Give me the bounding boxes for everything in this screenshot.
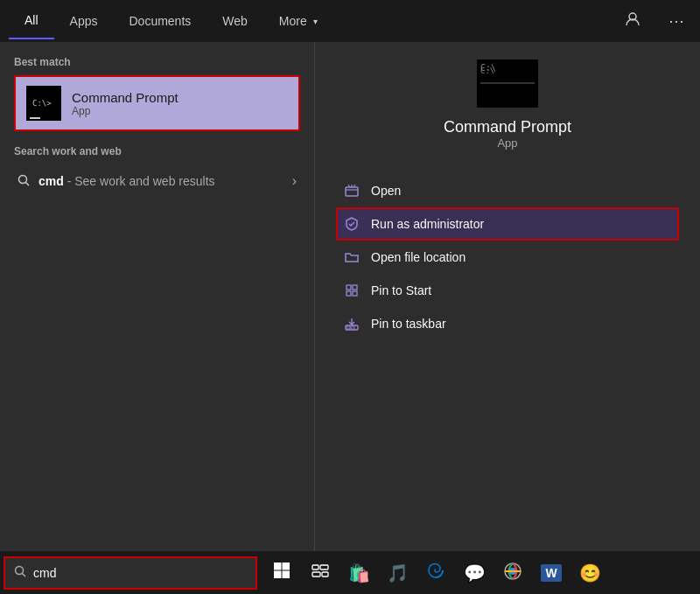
- taskbar-edge[interactable]: [418, 556, 453, 590]
- more-options-button[interactable]: ⋯: [662, 8, 691, 34]
- svg-rect-10: [353, 285, 357, 290]
- folder-icon: [343, 248, 360, 266]
- app-icon: C:\>: [26, 86, 61, 121]
- svg-point-3: [19, 175, 27, 183]
- search-suffix: - See work and web results: [64, 174, 215, 188]
- search-query: cmd: [38, 174, 64, 188]
- action-open-location[interactable]: Open file location: [336, 241, 679, 274]
- action-run-admin[interactable]: Run as administrator: [336, 207, 679, 241]
- tab-web[interactable]: Web: [206, 3, 263, 38]
- taskbar-spotify[interactable]: 🎵: [380, 556, 415, 590]
- taskbar-user[interactable]: 😊: [572, 556, 607, 590]
- taskbar-word[interactable]: W: [534, 556, 569, 590]
- taskbar-search-icon: [14, 565, 26, 580]
- start-button[interactable]: [264, 556, 299, 590]
- svg-line-17: [23, 574, 26, 577]
- chrome-icon: [503, 562, 522, 584]
- taskbar-chrome[interactable]: [495, 556, 530, 590]
- open-label: Open: [371, 184, 401, 198]
- svg-rect-12: [353, 291, 357, 296]
- user-avatar-icon: 😊: [579, 563, 601, 584]
- svg-text:C:\>: C:\>: [32, 99, 52, 108]
- svg-rect-18: [274, 563, 282, 570]
- tab-more[interactable]: More ▾: [263, 3, 333, 38]
- svg-rect-20: [274, 571, 282, 579]
- app-info: Command Prompt App: [72, 90, 178, 117]
- svg-rect-22: [312, 565, 318, 570]
- taskbar-store[interactable]: 🛍️: [341, 556, 376, 590]
- best-match-label: Best match: [14, 56, 300, 68]
- pin-start-icon: [343, 282, 360, 299]
- pin-taskbar-label: Pin to taskbar: [371, 317, 446, 331]
- svg-rect-23: [320, 565, 328, 570]
- svg-point-16: [16, 567, 24, 575]
- tab-documents[interactable]: Documents: [113, 3, 206, 38]
- action-pin-start[interactable]: Pin to Start: [336, 274, 679, 307]
- search-chevron-icon: ›: [292, 173, 297, 189]
- word-icon: W: [541, 564, 561, 582]
- svg-rect-7: [480, 82, 535, 84]
- search-input[interactable]: [33, 566, 247, 580]
- svg-rect-11: [346, 291, 351, 296]
- svg-rect-25: [322, 572, 328, 577]
- nav-right-icons: ⋯: [618, 8, 691, 35]
- open-location-label: Open file location: [371, 250, 466, 264]
- user-icon: [625, 11, 640, 27]
- chevron-down-icon: ▾: [313, 17, 318, 26]
- action-list: Open Run as administrator: [336, 174, 679, 340]
- edge-icon: [426, 562, 445, 584]
- svg-text:C:\: C:\: [480, 66, 494, 75]
- action-open[interactable]: Open: [336, 174, 679, 207]
- task-view-icon: [312, 564, 329, 582]
- spotify-icon: 🎵: [387, 563, 409, 584]
- tab-all[interactable]: All: [9, 3, 54, 39]
- best-match-item[interactable]: C:\> Command Prompt App: [14, 75, 300, 131]
- pin-start-label: Pin to Start: [371, 283, 431, 297]
- pin-taskbar-icon: [343, 315, 360, 332]
- windows-icon: [273, 562, 290, 584]
- task-view-button[interactable]: [303, 556, 338, 590]
- svg-rect-8: [346, 187, 358, 196]
- user-icon-button[interactable]: [618, 8, 648, 35]
- run-admin-label: Run as administrator: [371, 217, 484, 231]
- search-web-row[interactable]: cmd - See work and web results ›: [14, 166, 300, 196]
- right-panel: C:\ Command Prompt App: [315, 42, 700, 551]
- tab-apps[interactable]: Apps: [54, 3, 114, 38]
- start-menu: All Apps Documents Web More ▾ ⋯ Best mat…: [0, 0, 700, 551]
- app-preview: C:\ Command Prompt App: [336, 59, 679, 150]
- svg-line-4: [26, 182, 30, 185]
- cmd-preview-svg: C:\: [477, 59, 538, 108]
- open-icon: [343, 182, 360, 199]
- search-icon: [18, 174, 30, 189]
- teams-icon: 💬: [464, 563, 486, 584]
- app-preview-icon: C:\: [477, 59, 538, 108]
- store-icon: 🛍️: [348, 563, 370, 584]
- app-type: App: [72, 105, 178, 117]
- svg-rect-14: [346, 326, 350, 329]
- left-panel: Best match C:\> Command Prompt App Searc…: [0, 42, 315, 551]
- cmd-icon-svg: C:\>: [31, 94, 57, 112]
- app-preview-name: Command Prompt: [444, 118, 571, 136]
- svg-rect-9: [346, 285, 351, 290]
- search-web-text: cmd - See work and web results: [38, 174, 215, 188]
- shield-icon: [343, 215, 360, 233]
- search-web-label: Search work and web: [14, 145, 300, 157]
- taskbar-items: 🛍️ 🎵 💬: [257, 556, 700, 590]
- taskbar-teams[interactable]: 💬: [457, 556, 492, 590]
- svg-rect-15: [351, 326, 354, 329]
- action-pin-taskbar[interactable]: Pin to taskbar: [336, 307, 679, 340]
- search-box[interactable]: [4, 556, 257, 590]
- app-name: Command Prompt: [72, 90, 178, 105]
- nav-bar: All Apps Documents Web More ▾ ⋯: [0, 0, 700, 42]
- svg-rect-21: [283, 571, 290, 579]
- taskbar: 🛍️ 🎵 💬: [0, 551, 700, 594]
- svg-rect-19: [283, 563, 290, 570]
- svg-rect-24: [312, 572, 320, 577]
- main-content: Best match C:\> Command Prompt App Searc…: [0, 42, 700, 551]
- app-preview-type: App: [497, 136, 517, 150]
